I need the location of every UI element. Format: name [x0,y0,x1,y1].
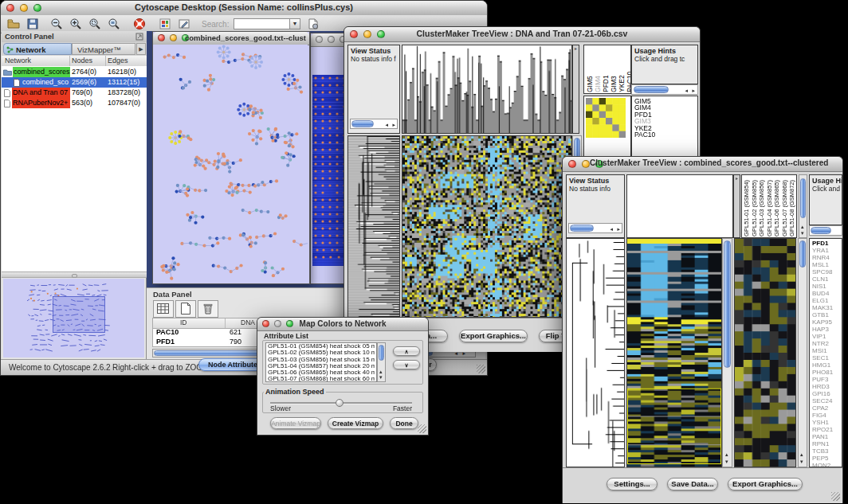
minimize-button[interactable] [170,34,177,41]
col-header-edges[interactable]: Edges [108,57,128,64]
zoom-out-icon[interactable] [50,18,63,30]
search-dropdown-button[interactable]: ▼ [289,18,300,29]
move-down-button[interactable]: ∨ [393,360,420,369]
scroll-down-icon[interactable]: ▾ [725,459,728,464]
treeview2-title-bar[interactable]: ClusterMaker TreeView : combined_scores_… [563,157,842,172]
network1-title-bar[interactable]: combined_scores_good.txt--cluste... [153,32,309,45]
minimize-button[interactable] [582,160,590,168]
attribute-list-vscrollbar[interactable]: ▴ ▾ [377,342,386,382]
attribute-list-item[interactable]: GPL51-02 (GSM855) heat shock 10 min [268,350,375,356]
dense-network-canvas[interactable] [312,75,346,266]
tv2-row-label: MAK31 [812,304,833,311]
treeview1-title-bar[interactable]: ClusterMaker TreeView : DNA and Tran 07-… [344,27,700,42]
tv2-labels-vscrollbar[interactable]: ▴ ▾ [799,174,807,238]
network-row-dna-tran[interactable]: DNA and Tran 07 769(0) 183728(0) [2,88,147,98]
attribute-list[interactable]: GPL51-01 (GSM854) heat shock 05 minGPL51… [265,342,377,382]
attribute-list-item[interactable]: GPL51-01 (GSM854) heat shock 05 min [268,343,375,350]
animate-vizmap-button[interactable]: Animate Vizmap [270,417,321,429]
close-button[interactable] [158,34,165,41]
tv2-hints-hscrollbar[interactable] [809,225,842,236]
tv2-zoom-vscrollbar[interactable]: ▴ ▾ [798,238,807,467]
scroll-left-icon[interactable]: ◂ [610,226,613,232]
tv2-heatmap-vscrollbar[interactable]: ▴ ▾ [722,238,732,467]
zoom-fit-icon[interactable] [108,18,120,30]
birdseye-view-canvas[interactable] [3,279,144,357]
close-button[interactable] [316,36,323,43]
tv2-settings-button[interactable]: Settings... [607,478,658,490]
delete-attribute-button[interactable] [198,300,218,318]
tv2-save-data-button[interactable]: Save Data... [667,478,718,490]
attribute-list-item[interactable]: GPL51-06 (GSM865) heat shock 40 min [268,369,375,376]
scroll-up-icon[interactable]: ▴ [800,451,803,457]
move-up-button[interactable]: ∧ [393,346,420,356]
window-resize-grip[interactable] [477,365,485,373]
network-graph-canvas[interactable] [153,45,308,283]
tv1-export-graphics-button[interactable]: Export Graphics... [459,330,528,342]
annotation-icon[interactable] [178,18,190,30]
tv2-column-dendrogram-area[interactable] [626,174,733,238]
open-session-icon[interactable] [7,18,20,30]
help-lifebuoy-icon[interactable] [133,18,146,30]
main-title-bar[interactable]: Cytoscape Desktop (Session Name: collins… [1,1,487,16]
tab-overflow-button[interactable]: ▶ [136,43,146,55]
search-input[interactable] [234,18,291,29]
scroll-down-icon[interactable]: ▾ [801,230,804,236]
tv1-divider-strip[interactable]: ▸ [572,45,579,134]
panel-splitter[interactable] [2,272,147,278]
minimize-button[interactable] [328,36,335,43]
col-header-network[interactable]: Network [5,57,31,64]
attribute-list-item[interactable]: GPL51-03 (GSM856) heat shock 15 min [268,357,375,363]
tv1-zoom-matrix-canvas[interactable] [586,98,626,138]
scroll-right-icon[interactable]: ▸ [692,88,695,93]
scroll-up-icon[interactable]: ▴ [801,224,804,229]
close-button[interactable] [568,160,576,168]
scroll-up-icon[interactable]: ▴ [379,369,383,374]
tv2-heatmap-canvas[interactable] [626,238,722,467]
tv1-view-status-text: No status info f [348,55,399,63]
done-button[interactable]: Done [390,417,418,429]
network-row-combined-scores[interactable]: combined_scores 2764(0) 16218(0) [2,67,147,77]
tab-network[interactable]: Network [3,43,72,55]
treeview2-resize-grip[interactable] [831,492,840,501]
zoom-selected-icon[interactable] [88,18,101,30]
tv2-row-label: YSH1 [812,419,833,426]
tv1-heatmap-canvas[interactable] [402,135,572,318]
import-attributes-icon[interactable] [307,18,320,30]
tv1-column-dendrogram[interactable] [402,45,572,134]
vizmapper-icon[interactable] [159,18,171,30]
attribute-list-item[interactable]: GPL51-04 (GSM857) heat shock 20 min [268,363,375,369]
scroll-left-icon[interactable]: ◂ [385,122,388,127]
network-row-rnapuber[interactable]: RNAPuberNov2+ 563(0) 107847(0) [2,98,147,108]
data-col-id[interactable]: ID [180,318,187,326]
tv2-export-graphics-button[interactable]: Export Graphics... [728,478,803,490]
tv2-status-hscrollbar[interactable]: ◂ ▸ [568,223,622,233]
tab-vizmapper[interactable]: VizMapper™ [72,43,135,55]
dialog-resize-grip[interactable] [418,424,426,433]
scroll-down-icon[interactable]: ▾ [800,459,803,464]
scroll-up-icon[interactable]: ▴ [725,451,728,457]
tv1-hints-hscrollbar[interactable]: ◂ ▸ [631,84,698,95]
save-session-icon[interactable] [26,18,39,30]
float-panel-icon[interactable] [135,33,143,41]
tv1-status-hscrollbar[interactable]: ◂ ▸ [350,119,398,129]
scroll-right-icon[interactable]: ▸ [617,226,620,232]
tv2-divider-strip[interactable]: ▸ [733,174,740,238]
slider-thumb[interactable] [336,399,344,407]
col-header-nodes[interactable]: Nodes [72,57,92,64]
animation-speed-slider[interactable] [270,399,412,407]
tv1-row-dendrogram[interactable] [347,135,400,318]
network-row-combined-sco-selected[interactable]: combined_sco 2569(6) 13112(15) [2,77,147,88]
attribute-list-item[interactable]: GPL51-07 (GSM868) heat shock 60 min [268,376,375,382]
tv2-zoom-canvas[interactable] [734,238,796,467]
create-vizmap-button[interactable]: Create Vizmap [328,417,383,429]
new-attribute-button[interactable] [175,300,196,318]
dialog-title-bar[interactable]: Map Colors to Network [257,318,428,331]
tv2-row-dendrogram[interactable] [566,238,625,467]
network-view-window-combined[interactable]: combined_scores_good.txt--cluste... [152,31,310,284]
scroll-down-icon[interactable]: ▾ [379,374,383,380]
scroll-left-icon[interactable]: ◂ [685,88,688,93]
tv1-column-label: GIM3 [610,76,617,92]
scroll-right-icon[interactable]: ▸ [392,122,395,127]
table-mode-button[interactable] [153,300,174,318]
zoom-in-icon[interactable] [69,18,82,30]
